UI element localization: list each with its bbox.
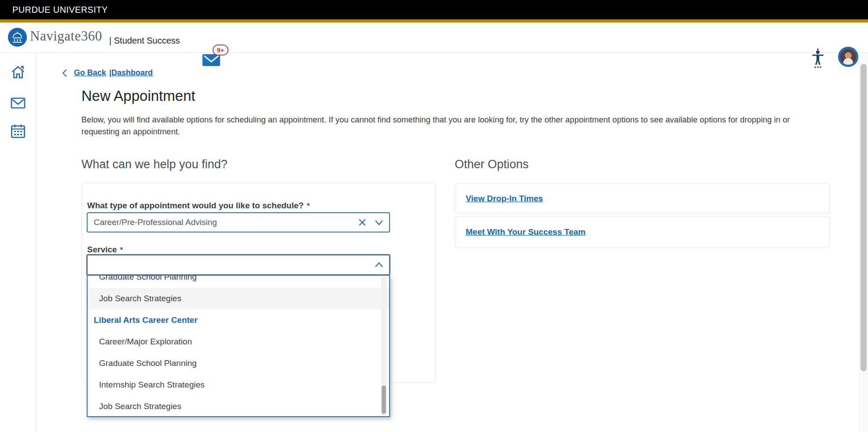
view-drop-in-times-link[interactable]: View Drop-In Times xyxy=(466,194,543,203)
home-icon[interactable] xyxy=(11,65,26,80)
dropdown-option[interactable]: Internship Search Strategies xyxy=(88,374,389,395)
dropdown-option[interactable]: Job Search Strategies xyxy=(88,288,389,309)
navigate360-logo-icon[interactable] xyxy=(8,28,27,47)
page-scrollbar-thumb[interactable] xyxy=(861,64,867,371)
gold-accent-bar xyxy=(0,19,868,22)
accessibility-icon[interactable] xyxy=(811,48,824,69)
page-title: New Appointment xyxy=(81,88,195,104)
dropdown-option[interactable]: Graduate School Planning xyxy=(88,352,389,374)
service-label: Service* xyxy=(87,245,123,255)
brand-suffix: | Student Success xyxy=(109,36,180,46)
university-banner-title: PURDUE UNIVERSITY xyxy=(12,5,108,15)
required-asterisk: * xyxy=(307,202,310,210)
service-dropdown-list: Graduate School Planning Job Search Stra… xyxy=(87,275,390,417)
find-section-heading: What can we help you find? xyxy=(81,158,228,171)
notification-count-badge: 9+ xyxy=(213,44,228,55)
chevron-down-icon[interactable] xyxy=(374,218,384,227)
sidebar-nav xyxy=(0,53,36,432)
other-options-heading: Other Options xyxy=(455,158,529,171)
user-avatar[interactable] xyxy=(838,47,858,67)
page-scrollbar-track[interactable] xyxy=(859,53,868,432)
brand-name: Navigate360 xyxy=(30,28,102,44)
service-dropdown-options: Graduate School Planning Job Search Stra… xyxy=(88,275,389,417)
appointment-type-value: Career/Pre-Professional Advising xyxy=(94,218,217,227)
meet-success-team-link[interactable]: Meet With Your Success Team xyxy=(466,227,585,237)
page-description: Below, you will find available options f… xyxy=(81,114,801,137)
breadcrumb: Go Back | Dashboard xyxy=(62,68,153,78)
dropdown-option[interactable]: Job Search Strategies xyxy=(88,395,389,417)
success-team-card[interactable]: Meet With Your Success Team xyxy=(455,216,830,247)
chevron-left-icon xyxy=(62,69,68,78)
chevron-up-icon[interactable] xyxy=(374,260,384,270)
clear-selection-icon[interactable] xyxy=(357,218,367,227)
dropdown-option[interactable]: Career/Major Exploration xyxy=(88,331,389,352)
mail-icon[interactable] xyxy=(11,96,26,111)
dropdown-option[interactable]: Graduate School Planning xyxy=(88,275,389,288)
service-select[interactable] xyxy=(87,255,390,275)
required-asterisk: * xyxy=(120,246,123,254)
calendar-icon[interactable] xyxy=(11,124,26,139)
appointment-type-label: What type of appointment would you like … xyxy=(87,201,310,210)
app-header: Navigate360 | Student Success 9+ xyxy=(0,22,868,53)
appointment-type-select[interactable]: Career/Pre-Professional Advising xyxy=(87,212,390,233)
drop-in-times-card[interactable]: View Drop-In Times xyxy=(455,183,830,214)
go-back-link[interactable]: Go Back xyxy=(74,68,106,78)
dashboard-link[interactable]: Dashboard xyxy=(111,68,153,78)
dropdown-scrollbar-thumb[interactable] xyxy=(382,385,386,414)
dropdown-group-header: Liberal Arts Career Center xyxy=(88,309,389,331)
university-banner: PURDUE UNIVERSITY xyxy=(0,0,868,19)
app-window: PURDUE UNIVERSITY Navigate360 | Student … xyxy=(0,0,868,432)
